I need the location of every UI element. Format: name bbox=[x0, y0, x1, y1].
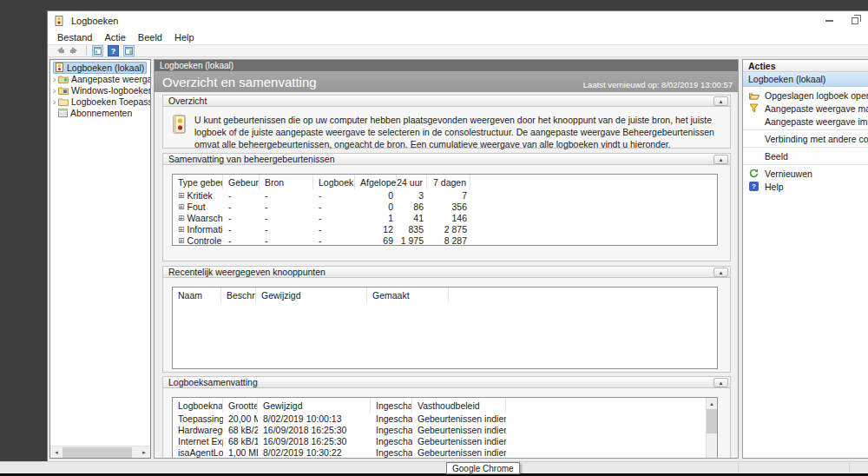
column-header-filler bbox=[449, 288, 717, 302]
tree-item-abonnementen[interactable]: Abonnementen bbox=[50, 107, 150, 118]
actions-context-header[interactable]: Logboeken (lokaal) bbox=[743, 72, 868, 87]
tree-item-aangepaste-weergaven[interactable]: › Aangepaste weergaven bbox=[50, 73, 150, 84]
expand-plus-icon[interactable]: ⊞ bbox=[178, 202, 185, 211]
scroll-right-icon[interactable]: ► bbox=[138, 446, 150, 459]
chevron-right-icon[interactable]: › bbox=[50, 97, 58, 106]
table-row[interactable]: ⊞Waarschuwing - - - 1 41 146 bbox=[173, 212, 717, 223]
log-summary-vertical-scrollbar[interactable]: ▲ ▼ bbox=[706, 398, 717, 458]
column-header-filler bbox=[470, 175, 717, 189]
action-view-menu[interactable]: Beeld bbox=[743, 149, 868, 162]
table-row[interactable]: Toepassing 20,00 MB/... 8/02/2019 10:00:… bbox=[173, 413, 706, 424]
expand-plus-icon[interactable]: ⊞ bbox=[178, 236, 185, 245]
log-summary-table: Logboeknaam Grootte (h... Gewijzigd Inge… bbox=[172, 397, 718, 458]
forward-icon-tail bbox=[70, 50, 76, 53]
column-header[interactable]: Naam bbox=[173, 288, 221, 302]
column-header[interactable]: Gewijzigd bbox=[256, 288, 367, 302]
custom-views-folder-icon bbox=[58, 75, 69, 83]
expand-plus-icon[interactable]: ⊞ bbox=[178, 214, 185, 222]
section-recent-nodes-header[interactable]: Recentelijk weergegeven knooppunten ▴ bbox=[162, 266, 731, 278]
log-name: Hardwaregebeurtenissen bbox=[173, 425, 223, 435]
action-label: Help bbox=[765, 182, 784, 192]
expand-plus-icon[interactable]: ⊞ bbox=[178, 225, 185, 234]
scroll-up-icon[interactable]: ▲ bbox=[707, 398, 717, 409]
forward-button[interactable] bbox=[69, 47, 81, 55]
action-label: Vernieuwen bbox=[765, 169, 812, 179]
collapse-button[interactable]: ▴ bbox=[713, 96, 728, 106]
section-title: Overzicht bbox=[168, 96, 207, 106]
event-type: Waarschuwing bbox=[187, 213, 223, 223]
menu-actie[interactable]: Actie bbox=[98, 31, 131, 43]
minimize-button[interactable] bbox=[816, 11, 842, 30]
collapse-button[interactable]: ▴ bbox=[713, 378, 728, 387]
collapse-button[interactable]: ▴ bbox=[713, 268, 728, 277]
taskbar[interactable] bbox=[0, 461, 868, 473]
column-header[interactable]: 7 dagen bbox=[427, 175, 470, 189]
column-header[interactable]: Type gebeurtenis bbox=[173, 175, 223, 189]
tree-item-label: Logboeken Toepassingen en bbox=[71, 96, 150, 107]
collapse-button[interactable]: ▴ bbox=[713, 155, 728, 164]
column-header[interactable]: Grootte (h... bbox=[223, 398, 258, 413]
column-header[interactable]: Gewijzigd bbox=[258, 398, 371, 413]
taskbar-divider bbox=[849, 463, 850, 473]
action-import-custom-view[interactable]: Aangepaste weergave importeren... bbox=[743, 115, 868, 128]
menu-help[interactable]: Help bbox=[168, 31, 201, 43]
tree-item-logboeken-toepassingen[interactable]: › Logboeken Toepassingen en bbox=[50, 96, 150, 107]
menu-bestand[interactable]: Bestand bbox=[51, 31, 98, 43]
section-overview-header[interactable]: Overzicht ▴ bbox=[162, 95, 731, 107]
action-open-saved-log[interactable]: Opgeslagen logboek openen... bbox=[743, 89, 868, 102]
column-header[interactable]: Gebeurt... bbox=[223, 175, 260, 189]
tree-item-windows-logboeken[interactable]: › Windows-logboeken bbox=[50, 84, 150, 96]
action-help[interactable]: ? Help bbox=[743, 180, 868, 193]
scroll-left-icon[interactable]: ◄ bbox=[50, 446, 62, 459]
main-panel: Logboeken (lokaal) Overzicht en samenvat… bbox=[154, 59, 739, 459]
column-header[interactable]: Gemaakt bbox=[367, 288, 449, 302]
column-header[interactable]: Vasthoudbeleid bbox=[412, 398, 506, 413]
properties-toolbar-button[interactable] bbox=[123, 45, 135, 56]
column-header[interactable]: Beschrijvi... bbox=[221, 288, 256, 302]
action-create-custom-view[interactable]: Aangepaste weergave maken... bbox=[743, 102, 868, 115]
back-button[interactable] bbox=[54, 47, 65, 55]
restore-button[interactable] bbox=[842, 11, 868, 30]
column-header[interactable]: Afgelope... bbox=[355, 175, 397, 189]
event-viewer-icon bbox=[55, 63, 64, 72]
scrollbar-thumb[interactable] bbox=[707, 409, 717, 433]
tree-horizontal-scrollbar[interactable]: ◄ ► bbox=[50, 446, 150, 458]
section-log-summary-header[interactable]: Logboeksamenvatting ▴ bbox=[162, 376, 731, 388]
table-row[interactable]: ⊞Controle gesl... - - - 69 1 975 8 287 bbox=[173, 235, 717, 246]
table-row[interactable]: Internet Explorer 68 kB/1,00... 16/09/20… bbox=[173, 435, 706, 446]
table-row[interactable]: ⊞Fout - - - 0 86 356 bbox=[173, 201, 717, 212]
help-toolbar-button[interactable]: ? bbox=[108, 45, 119, 56]
cell: - bbox=[313, 190, 355, 201]
table-row[interactable]: Hardwaregebeurtenissen 68 kB/20 ... 16/0… bbox=[173, 424, 706, 435]
show-console-tree-button[interactable] bbox=[92, 45, 103, 56]
cell: 41 bbox=[397, 213, 427, 223]
column-header[interactable]: 24 uur bbox=[397, 175, 427, 189]
cell: 3 bbox=[397, 190, 427, 201]
title-bar[interactable]: Logboeken bbox=[48, 11, 868, 30]
column-header[interactable]: Bron bbox=[260, 175, 313, 189]
action-refresh[interactable]: Vernieuwen bbox=[743, 167, 868, 180]
cell: 16/09/2018 16:25:30 bbox=[258, 436, 371, 446]
taskbar-divider bbox=[738, 463, 739, 473]
section-log-summary-body: Logboeknaam Grootte (h... Gewijzigd Inge… bbox=[162, 388, 731, 458]
cell: Ingeschak... bbox=[371, 425, 412, 435]
table-row[interactable]: ⊞Informatie - - - 12 835 2 875 bbox=[173, 223, 717, 235]
tree-item-logboeken-lokaal[interactable]: Logboeken (lokaal) bbox=[50, 62, 150, 73]
table-row[interactable]: ⊞Kritiek - - - 0 3 7 bbox=[173, 189, 717, 201]
section-admin-summary-header[interactable]: Samenvatting van beheergebeurtenissen ▴ bbox=[162, 153, 731, 165]
section-title: Logboeksamenvatting bbox=[168, 377, 258, 387]
chevron-right-icon[interactable]: › bbox=[50, 86, 58, 95]
expand-plus-icon[interactable]: ⊞ bbox=[178, 191, 185, 200]
chevron-right-icon[interactable]: › bbox=[50, 75, 58, 83]
action-connect-other-computer[interactable]: Verbinding met andere computer make... bbox=[743, 132, 868, 145]
table-row[interactable]: isaAgentLog 1,00 MB/1... 8/02/2019 10:30… bbox=[173, 446, 706, 458]
column-header[interactable]: Ingeschak... bbox=[371, 398, 412, 413]
column-header[interactable]: Logboeknaam bbox=[173, 398, 223, 413]
cell: - bbox=[223, 190, 260, 201]
cell: Ingeschak... bbox=[371, 436, 412, 446]
column-header[interactable]: Logboek bbox=[313, 175, 355, 189]
scrollbar-thumb[interactable] bbox=[62, 447, 132, 458]
event-type: Informatie bbox=[187, 224, 223, 235]
menu-beeld[interactable]: Beeld bbox=[132, 31, 168, 43]
log-name: isaAgentLog bbox=[173, 447, 223, 458]
